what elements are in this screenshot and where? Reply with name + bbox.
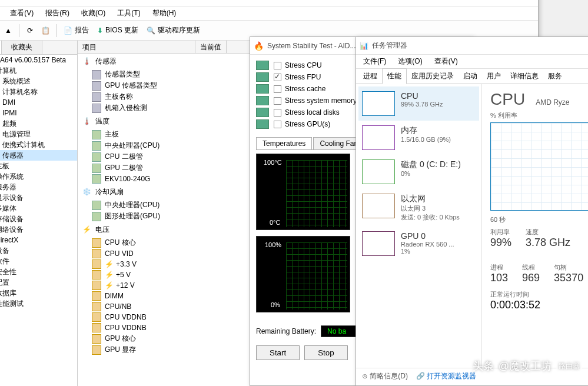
cpu-usage-chart	[490, 122, 588, 211]
perf-tile-cpu[interactable]: CPU99% 3.78 GHz	[358, 86, 479, 121]
tm-menubar: 文件(F) 选项(O) 查看(V)	[356, 55, 588, 69]
tree-item-3[interactable]: ⚙️IPMI	[0, 108, 77, 118]
task-manager-icon: 📊	[360, 42, 368, 50]
perf-tile-disk[interactable]: 磁盘 0 (C: D: E:)0%	[358, 155, 479, 189]
resource-monitor-link[interactable]: 🔗 打开资源监视器	[416, 371, 476, 381]
tm-tab[interactable]: 详细信息	[506, 69, 543, 84]
flame-icon: 🔥	[254, 41, 264, 51]
cpu-model: AMD Ryze	[536, 98, 569, 107]
tm-tab[interactable]: 应用历史记录	[407, 69, 459, 84]
tm-menu-file[interactable]: 文件(F)	[358, 55, 391, 68]
tree-category-10[interactable]: ▸🛡️安全性	[0, 267, 77, 277]
checkbox[interactable]	[274, 85, 281, 93]
tm-tab[interactable]: 性能	[382, 68, 407, 84]
tm-menu-view[interactable]: 查看(V)	[430, 55, 463, 68]
tree-category-13[interactable]: ▸📈性能测试	[0, 298, 77, 309]
stat: 进程103	[490, 263, 508, 284]
tree-item-5[interactable]: 🔋电源管理	[0, 129, 77, 139]
aida-titlebar: 64 AIDA64 Extreme ─ ☐ ✕	[0, 0, 538, 6]
menu-file[interactable]: 文件(F)	[0, 7, 3, 19]
tm-tab[interactable]: 启动	[459, 69, 482, 84]
menu-view[interactable]: 查看(V)	[5, 7, 38, 19]
stat: 速度3.78 GHz	[526, 228, 570, 249]
tree-item-2[interactable]: 💾DMI	[0, 97, 77, 108]
tree-category-9[interactable]: ▸📦软件	[0, 256, 77, 267]
tree-category-6[interactable]: ▸🌐网络设备	[0, 224, 77, 235]
temperature-graph: 100°C 0°C	[256, 154, 350, 230]
perf-tile-eth[interactable]: 以太网以太网 3发送: 0 接收: 0 Kbps	[358, 189, 479, 227]
tm-footer: ⊙ 简略信息(D) 🔗 打开资源监视器	[356, 368, 588, 384]
utilization-graph: 100% 0%	[256, 236, 350, 312]
cpu-detail: CPU AMD Ryze % 利用率 60 秒 利用率99%速度3.78 GHz…	[482, 84, 588, 368]
tm-tab[interactable]: 服务	[543, 69, 567, 84]
refresh-button[interactable]: ⟳	[23, 24, 37, 38]
tree-computer[interactable]: ▾🖥️计算机	[0, 65, 77, 76]
tree-item-4[interactable]: ⚡超频	[0, 118, 77, 129]
menu-help[interactable]: 帮助(H)	[148, 7, 181, 19]
copy-button[interactable]: 📋	[38, 24, 52, 38]
time-axis: 60 秒	[490, 215, 588, 224]
maximize-button[interactable]: ☐	[481, 0, 508, 6]
driver-update-button[interactable]: 🔍驱动程序更新	[143, 24, 204, 36]
aida-menubar: 文件(F) 查看(V) 报告(R) 收藏(O) 工具(T) 帮助(H)	[0, 6, 538, 21]
uptime-label: 正常运行时间	[490, 290, 588, 299]
aida-title: AIDA64 Extreme	[0, 0, 455, 2]
tree-category-0[interactable]: ▸🔲主板	[0, 161, 77, 171]
stop-button[interactable]: Stop	[304, 345, 347, 360]
tree-item-6[interactable]: 💻便携式计算机	[0, 139, 77, 150]
perf-tiles: CPU99% 3.78 GHz内存1.5/16.0 GB (9%)磁盘 0 (C…	[356, 84, 482, 368]
stat: 利用率99%	[490, 228, 511, 249]
up-button[interactable]: ▲	[1, 24, 15, 38]
tree-item-1[interactable]: 🏷️计算机名称	[0, 86, 77, 97]
tree-category-12[interactable]: ▸🗄️数据库	[0, 288, 77, 298]
tm-tabs: 进程性能应用历史记录启动用户详细信息服务	[356, 69, 588, 84]
tree-category-8[interactable]: ▸🔌设备	[0, 245, 77, 256]
tree-category-7[interactable]: ▸✳️DirectX	[0, 235, 77, 245]
tm-titlebar: 📊 任务管理器	[356, 37, 588, 55]
tree-category-1[interactable]: ▸🪟操作系统	[0, 171, 77, 182]
tab-temperatures[interactable]: Temperatures	[256, 137, 312, 149]
perf-tile-gpu[interactable]: GPU 0Radeon RX 560 ...1%	[358, 227, 479, 261]
menu-favorites[interactable]: 收藏(O)	[77, 7, 110, 19]
checkbox[interactable]	[274, 109, 281, 117]
tree-root[interactable]: ▾ 64 AIDA64 v6.00.5157 Beta	[0, 55, 77, 65]
start-button[interactable]: Start	[256, 345, 300, 360]
perf-tile-mem[interactable]: 内存1.5/16.0 GB (9%)	[358, 121, 479, 155]
detail-title: CPU	[490, 90, 525, 109]
report-button[interactable]: 📄报告	[60, 24, 92, 36]
minimize-button[interactable]: ─	[455, 0, 481, 6]
tree-category-3[interactable]: ▸🖥️显示设备	[0, 192, 77, 203]
col-item[interactable]: 项目	[78, 41, 195, 53]
col-value[interactable]: 当前值	[195, 41, 227, 53]
tree-category-4[interactable]: ▸🎵多媒体	[0, 203, 77, 214]
tree-item-7[interactable]: 🌡️传感器	[0, 150, 77, 161]
bios-update-button[interactable]: ⬇BIOS 更新	[94, 24, 142, 36]
stat: 线程969	[522, 263, 540, 284]
menu-tools[interactable]: 工具(T)	[112, 7, 145, 19]
stat: 句柄35370	[554, 263, 583, 284]
tm-title: 任务管理器	[372, 41, 588, 51]
fewer-details-button[interactable]: ⊙ 简略信息(D)	[362, 371, 408, 381]
tab-favorites[interactable]: 收藏夹	[2, 41, 42, 54]
menu-report[interactable]: 报告(R)	[41, 7, 74, 19]
tree-category-11[interactable]: ▸⚙️配置	[0, 277, 77, 288]
checkbox[interactable]	[274, 121, 281, 128]
navigation-tree[interactable]: ▾ 64 AIDA64 v6.00.5157 Beta ▾🖥️计算机 📋系统概述…	[0, 55, 78, 309]
checkbox[interactable]	[274, 97, 281, 105]
uptime-value: 0:00:03:52	[490, 299, 588, 311]
tm-menu-options[interactable]: 选项(O)	[393, 55, 427, 68]
chart-label: % 利用率	[490, 111, 588, 120]
tree-item-0[interactable]: 📋系统概述	[0, 76, 77, 86]
tree-category-5[interactable]: ▸💽存储设备	[0, 214, 77, 224]
checkbox[interactable]	[274, 74, 281, 81]
tm-tab[interactable]: 进程	[358, 69, 382, 84]
task-manager-window: 📊 任务管理器 文件(F) 选项(O) 查看(V) 进程性能应用历史记录启动用户…	[356, 36, 588, 386]
close-button[interactable]: ✕	[508, 0, 534, 6]
tree-category-2[interactable]: ▸🖧服务器	[0, 182, 77, 192]
battery-label: Remaining Battery:	[256, 327, 316, 335]
nav-tabs: 菜单 收藏夹	[0, 41, 77, 55]
tm-tab[interactable]: 用户	[482, 69, 506, 84]
checkbox[interactable]	[274, 62, 281, 69]
